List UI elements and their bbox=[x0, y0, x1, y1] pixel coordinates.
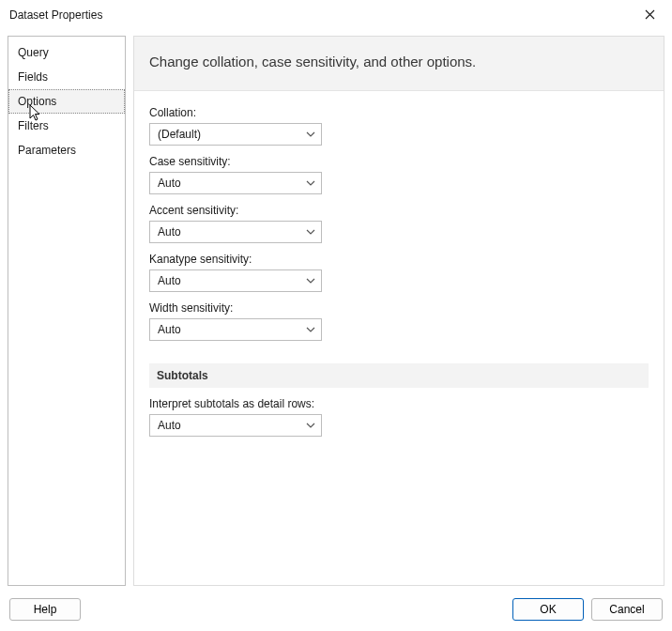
collation-label: Collation: bbox=[149, 106, 649, 119]
chevron-down-icon bbox=[306, 229, 315, 235]
width-sensitivity-label: Width sensitivity: bbox=[149, 301, 649, 315]
interpret-subtotals-select[interactable]: Auto bbox=[149, 414, 322, 437]
options-form: Collation: (Default) Case sensitivity: A… bbox=[134, 91, 664, 437]
collation-select[interactable]: (Default) bbox=[149, 123, 322, 146]
accent-sensitivity-select[interactable]: Auto bbox=[149, 221, 322, 243]
sidebar-item-label: Parameters bbox=[18, 144, 76, 157]
cancel-button[interactable]: Cancel bbox=[591, 598, 663, 621]
titlebar: Dataset Properties bbox=[0, 0, 672, 30]
chevron-down-icon bbox=[306, 423, 315, 428]
sidebar: Query Fields Options Filters Parameters bbox=[8, 36, 126, 586]
chevron-down-icon bbox=[306, 278, 315, 284]
ok-button[interactable]: OK bbox=[512, 598, 584, 621]
sidebar-item-options[interactable]: Options bbox=[8, 89, 125, 114]
sidebar-item-label: Filters bbox=[18, 119, 49, 132]
sidebar-item-fields[interactable]: Fields bbox=[8, 65, 125, 89]
dialog-title: Dataset Properties bbox=[9, 8, 634, 22]
accent-sensitivity-label: Accent sensitivity: bbox=[149, 204, 649, 217]
sidebar-item-filters[interactable]: Filters bbox=[8, 114, 125, 138]
width-sensitivity-select[interactable]: Auto bbox=[149, 318, 322, 341]
content-panel: Change collation, case sensitivity, and … bbox=[133, 36, 664, 586]
dialog-footer: Help OK Cancel bbox=[0, 590, 672, 631]
select-value: Auto bbox=[158, 177, 181, 190]
sidebar-item-label: Options bbox=[18, 95, 56, 108]
select-value: (Default) bbox=[158, 128, 201, 141]
subtotals-heading: Subtotals bbox=[149, 363, 649, 388]
page-description: Change collation, case sensitivity, and … bbox=[134, 37, 664, 91]
kanatype-sensitivity-label: Kanatype sensitivity: bbox=[149, 253, 649, 266]
case-sensitivity-select[interactable]: Auto bbox=[149, 172, 322, 194]
select-value: Auto bbox=[158, 225, 181, 239]
sidebar-item-query[interactable]: Query bbox=[8, 40, 125, 65]
help-button[interactable]: Help bbox=[9, 598, 81, 621]
select-value: Auto bbox=[158, 274, 181, 287]
close-icon bbox=[645, 9, 655, 20]
select-value: Auto bbox=[158, 323, 181, 336]
kanatype-sensitivity-select[interactable]: Auto bbox=[149, 269, 322, 292]
sidebar-item-label: Fields bbox=[18, 70, 48, 84]
chevron-down-icon bbox=[306, 180, 315, 186]
close-button[interactable] bbox=[634, 2, 664, 28]
dataset-properties-dialog: Dataset Properties Query Fields Options … bbox=[0, 0, 672, 631]
dialog-body: Query Fields Options Filters Parameters … bbox=[0, 30, 672, 590]
case-sensitivity-label: Case sensitivity: bbox=[149, 155, 649, 168]
select-value: Auto bbox=[158, 419, 181, 432]
chevron-down-icon bbox=[306, 327, 315, 332]
chevron-down-icon bbox=[306, 131, 315, 137]
interpret-subtotals-label: Interpret subtotals as detail rows: bbox=[149, 397, 649, 410]
sidebar-item-label: Query bbox=[18, 46, 49, 59]
sidebar-item-parameters[interactable]: Parameters bbox=[8, 138, 125, 162]
